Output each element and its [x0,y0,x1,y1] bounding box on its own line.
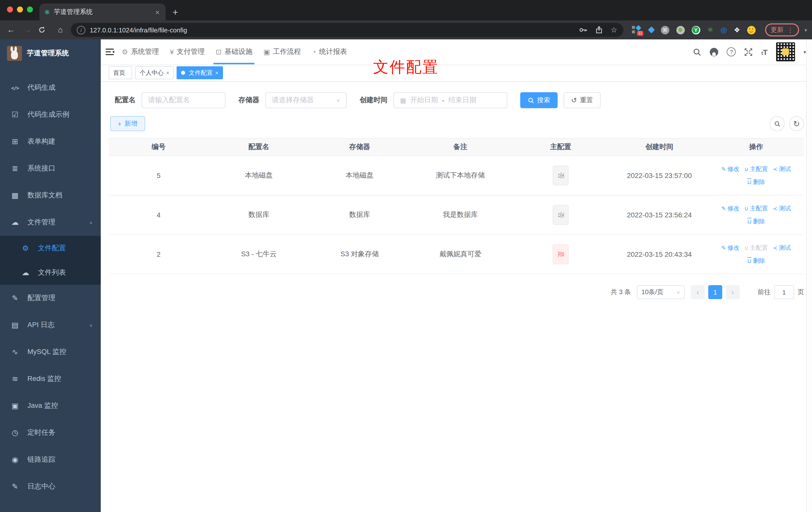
sidebar-item[interactable]: ≣ 系统接口 [0,155,101,182]
share-nodes-icon: ≺ [773,166,777,172]
tag-item[interactable]: 个人中心 × [135,66,174,79]
new-tab-button[interactable]: + [173,7,178,21]
mysql-monitor-icon: ∿ [10,348,20,357]
window-close-button[interactable] [7,6,13,12]
window-minimize-button[interactable] [17,6,23,12]
sidebar-subitem[interactable]: ☁ 文件列表 [0,260,101,285]
password-key-icon[interactable] [579,26,588,33]
config-name-input[interactable]: 请输入配置名 [142,92,226,108]
end-date-placeholder[interactable]: 结束日期 [448,96,476,105]
url-bar[interactable]: i 127.0.0.1:1024/infra/file/file-config … [71,23,623,37]
top-nav-item[interactable]: ⊡ 基础设施 [216,39,252,64]
extension-emoji-icon[interactable] [747,26,756,34]
sidebar-item[interactable]: ∿ MySQL 监控 [0,338,101,365]
delete-link[interactable]: ⊔ 删除 [747,257,765,265]
sidebar-item[interactable]: ◉ 链路追踪 [0,446,101,473]
sidebar-item[interactable]: ▣ Java 监控 [0,392,101,419]
sidebar-item[interactable]: ≋ Redis 监控 [0,365,101,392]
site-info-icon[interactable]: i [77,26,85,34]
gear-icon: ⚙ [122,48,128,56]
reload-button[interactable] [38,26,50,34]
edit-link[interactable]: ✎ 修改 [722,165,740,173]
fullscreen-icon[interactable] [745,48,753,56]
font-size-icon[interactable]: tT [761,48,767,56]
extension-eye-icon[interactable]: ◎ [721,25,727,34]
sidebar-collapse-icon[interactable] [106,48,115,56]
window-controls[interactable] [7,6,33,12]
reset-button[interactable]: ↺ 重置 [563,92,600,108]
extension-blocks-icon[interactable]: 11 [632,25,642,34]
search-icon[interactable] [693,48,701,56]
edit-link[interactable]: ✎ 修改 [722,204,740,213]
help-icon[interactable]: ? [727,48,736,56]
url-text[interactable]: 127.0.0.1:1024/infra/file/file-config [90,26,575,34]
sidebar-item[interactable]: ⊞ 表单构建 [0,128,101,155]
tag-close-icon[interactable]: × [166,70,169,76]
edit-pencil-icon: ✎ [722,244,726,251]
tab-title: 芋道管理系统 [54,7,150,17]
test-link[interactable]: ≺ 测试 [773,165,791,173]
extension-y-icon[interactable]: Y [692,26,700,34]
top-nav-item[interactable]: ¥ 支付管理 [170,39,205,64]
delete-link[interactable]: ⊔ 删除 [747,178,765,186]
extension-star-icon[interactable]: ✳ [707,25,713,34]
page-size-select[interactable]: 10条/页 ∨ [637,285,685,299]
avatar-caret-icon[interactable]: ▾ [804,49,806,55]
tab-close-icon[interactable]: × [154,8,161,16]
browser-tab[interactable]: ❋ 芋道管理系统 × [39,3,166,21]
github-icon[interactable] [710,48,719,56]
chevron-icon: ∧ [89,220,93,224]
sidebar-item[interactable]: ◷ 定时任务 [0,419,101,446]
back-button[interactable]: ← [5,25,17,34]
extension-gem-icon[interactable] [648,26,655,33]
bookmark-star-icon[interactable]: ☆ [611,25,617,34]
browser-update-button[interactable]: 更新 ⋮ [765,24,799,36]
home-button[interactable]: ⌂ [54,25,66,34]
sidebar-item[interactable]: </> 代码生成 [0,74,101,101]
test-link[interactable]: ≺ 测试 [773,244,791,252]
goto-page-input[interactable]: 1 [774,285,794,299]
master-config-link[interactable]: ∪ 主配置 [745,244,768,252]
sidebar-item[interactable]: ☑ 代码生成示例 [0,101,101,128]
delete-link[interactable]: ⊔ 删除 [747,217,765,225]
tag-item[interactable]: 文件配置 × [177,66,223,79]
search-button[interactable]: 搜索 [520,92,558,108]
extensions-puzzle-icon[interactable]: ❖ [734,26,740,34]
forward-button[interactable]: → [22,25,33,34]
top-nav-item[interactable]: ⚙ 系统管理 [122,39,159,64]
screen: ❋ 芋道管理系统 × + ← → ⌂ i 127.0.0.1:1024/infr… [0,0,812,512]
sidebar-item[interactable]: ✎ 日志中心 [0,473,101,500]
top-nav-item[interactable]: ▣ 工作流程 [263,39,301,64]
start-date-placeholder[interactable]: 开始日期 [410,96,438,105]
current-page-button[interactable]: 1 [708,285,722,299]
edit-link[interactable]: ✎ 修改 [722,244,740,252]
master-config-link[interactable]: ∪ 主配置 [745,165,768,173]
refresh-button[interactable]: ↻ [789,116,804,131]
top-nav-item[interactable]: ◔ 统计报表 [312,39,347,64]
sidebar-item[interactable]: ▤ API 日志 ∨ [0,311,101,338]
sidebar-menu: </> 代码生成 ☑ 代码生成示例 ⊞ 表单构建 [0,74,101,500]
show-search-button[interactable] [770,116,785,131]
add-button[interactable]: + 新增 [110,116,145,131]
storage-select[interactable]: 请选择存储器 ∨ [265,92,347,108]
toolbar-caret-icon[interactable]: ▾ [805,27,807,33]
share-icon[interactable] [596,26,603,34]
next-page-button[interactable]: › [726,285,740,299]
prev-page-button[interactable]: ‹ [691,285,705,299]
test-link[interactable]: ≺ 测试 [773,204,791,213]
extension-command-icon[interactable]: ⌘ [661,26,669,34]
avatar-qr[interactable] [776,42,795,61]
sidebar-subitem[interactable]: ⚙ 文件配置 [0,236,101,260]
browser-toolbar: ← → ⌂ i 127.0.0.1:1024/infra/file/file-c… [0,21,812,39]
browser-menu-icon[interactable]: ⋮ [787,26,793,34]
tag-item[interactable]: 首页 [109,66,132,79]
page-scrollbar[interactable] [806,39,812,512]
master-config-link[interactable]: ∪ 主配置 [745,204,768,213]
sidebar-item[interactable]: ✎ 配置管理 [0,285,101,311]
date-range-picker[interactable]: ▦ 开始日期 - 结束日期 [394,92,507,108]
tag-close-icon[interactable]: × [215,70,219,76]
window-zoom-button[interactable] [27,6,33,12]
extension-dot-icon[interactable] [676,26,685,34]
sidebar-item[interactable]: ▦ 数据库文档 [0,182,101,209]
sidebar-item[interactable]: ☁ 文件管理 ∧ [0,209,101,236]
